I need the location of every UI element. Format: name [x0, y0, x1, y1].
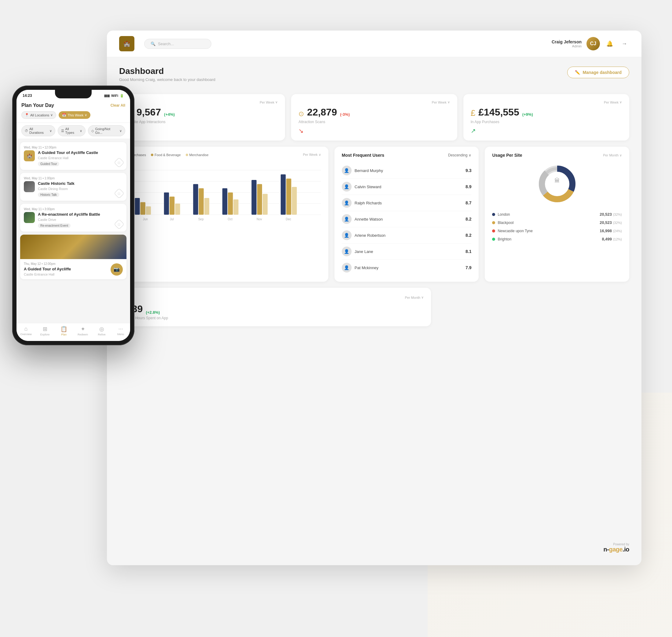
- event-main-1: Castle Historic Talk Castle Dining Room …: [24, 181, 123, 197]
- svg-rect-26: [286, 178, 291, 215]
- powered-text: Powered by: [603, 543, 629, 546]
- usage-legend-blackpool: Blackpool 20,523 (32%): [492, 218, 622, 227]
- event-card-2[interactable]: Wed, May 11 • 3:00pm A Re-enactment of A…: [20, 204, 127, 232]
- phone-header: Plan Your Day Clear All 📍 All Locations …: [17, 99, 130, 123]
- filter-locations[interactable]: 📍 All Locations ∨: [21, 111, 56, 119]
- filter-this-week[interactable]: 📅 This Week ∨: [59, 111, 90, 119]
- stat-period-1[interactable]: Per Week ∨: [432, 100, 450, 104]
- nav-explore[interactable]: ⊞ Explore: [35, 326, 54, 336]
- user-name: Craig Jeferson: [552, 39, 582, 44]
- hours-period[interactable]: Per Month ∨: [405, 294, 424, 301]
- notification-icon[interactable]: 🔔: [605, 39, 615, 49]
- usage-header: Usage Per Site Per Month ∨: [492, 153, 622, 158]
- phone-notch: [55, 90, 92, 98]
- plan-day-row: Plan Your Day Clear All: [21, 103, 125, 108]
- dashboard-body: Dashboard Good Morning Craig, welcome ba…: [107, 57, 641, 335]
- stat-trend-0: ↗: [127, 127, 278, 134]
- nav-menu-icon: ···: [118, 326, 123, 332]
- stat-change-0: (+4%): [164, 112, 175, 118]
- stat-change-1: (-3%): [340, 112, 350, 118]
- hours-card: ⏱ Per Month ∨ 139 (+2.8%) Total Hours Sp…: [119, 288, 431, 326]
- event-card-3[interactable]: Thu, May 12 • 12:00pm A Guided Tour of A…: [20, 235, 127, 279]
- nav-redeem-icon: ✦: [81, 326, 85, 332]
- search-icon: 🔍: [151, 41, 155, 46]
- filter-types[interactable]: ☰ All Types ∨: [58, 125, 86, 136]
- avatar: CJ: [586, 37, 600, 50]
- stat-desc-0: Off-site App Interactions: [127, 120, 278, 124]
- wifi-icon: WiFi: [111, 94, 118, 98]
- svg-rect-21: [251, 180, 256, 215]
- header-right: Craig Jeferson Admin CJ 🔔 →: [552, 37, 629, 50]
- clear-all-button[interactable]: Clear All: [111, 103, 125, 108]
- search-bar[interactable]: 🔍 Search...: [144, 39, 211, 49]
- nav-relive-label: Relive: [98, 333, 105, 336]
- logout-icon[interactable]: →: [619, 39, 629, 49]
- user-name-6: Pat Mckinney: [355, 266, 378, 270]
- powered-by: Powered by n-gage.io: [603, 543, 629, 553]
- nav-overview[interactable]: ⌂ Overview: [17, 326, 35, 336]
- svg-rect-11: [175, 203, 180, 215]
- svg-rect-25: [281, 175, 286, 215]
- usage-period[interactable]: Per Month ∨: [603, 153, 622, 157]
- event-location-1: Castle Dining Room: [38, 187, 123, 190]
- event-card-1[interactable]: Wed, May 11 • 1:00pm Castle Historic Tal…: [20, 173, 127, 201]
- event-title-2: A Re-enactment of Aycliffe Battle: [38, 212, 123, 217]
- donut-chart-svg: 🏛: [536, 163, 579, 205]
- stat-change-2: (+9%): [522, 112, 533, 118]
- stat-value-0: 9,567: [136, 107, 161, 118]
- event-tag-1: Historic Talk: [38, 193, 59, 197]
- event-location-2: Castle Drive: [38, 218, 123, 221]
- event-featured-img-3: [20, 235, 127, 259]
- user-avatar-4: 👤: [342, 230, 352, 240]
- sort-button[interactable]: Descending ∨: [448, 153, 471, 157]
- usage-legend-london: London 20,523 (32%): [492, 210, 622, 218]
- manage-dashboard-button[interactable]: ✏️ Manage dashboard: [567, 67, 629, 78]
- chart-period[interactable]: Per Week ∨: [303, 153, 321, 157]
- nav-menu[interactable]: ··· Menu: [111, 326, 130, 336]
- event-card-0[interactable]: Wed, May 11 • 12:00pm 🏰 A Guided Tour of…: [20, 142, 127, 170]
- nav-plan[interactable]: 📋 Plan: [54, 326, 73, 336]
- user-name-2: Ralph Richards: [355, 201, 382, 205]
- usage-legend: London 20,523 (32%) Blackpool 20,523 (32…: [492, 210, 622, 243]
- filter-going[interactable]: ◇ Going/Not Go... ∨: [88, 125, 125, 136]
- donut-chart-container: 🏛: [492, 163, 622, 205]
- nav-redeem[interactable]: ✦ Redeem: [73, 326, 92, 336]
- nav-overview-label: Overview: [20, 333, 32, 336]
- svg-rect-7: [146, 206, 151, 215]
- stat-period-0[interactable]: Per Week ∨: [260, 100, 278, 104]
- svg-text:Jul: Jul: [170, 218, 174, 221]
- user-name-4: Arlene Robertson: [355, 233, 386, 238]
- event-title-3: A Guided Tour of Aycliffe: [24, 267, 123, 272]
- svg-rect-9: [164, 193, 169, 215]
- manage-dashboard-label: Manage dashboard: [582, 70, 622, 75]
- location-icon: 📍: [25, 113, 29, 117]
- dashboard-subtitle: Good Morning Craig, welcome back to your…: [119, 77, 629, 82]
- brand-name: n-gage.io: [603, 546, 629, 553]
- nav-relive[interactable]: ◎ Relive: [92, 326, 111, 336]
- legend-merchandise: Merchandise: [186, 153, 209, 157]
- event-img-2: [24, 212, 35, 223]
- dashboard-panel: 🏰 🔍 Search... Craig Jeferson Admin CJ 🔔 …: [107, 31, 641, 565]
- filter-durations[interactable]: ⏱ All Durations ∨: [21, 125, 55, 136]
- app-logo: 🏰: [119, 36, 134, 51]
- user-score-3: 8.2: [466, 217, 471, 221]
- event-tag-2: Re-enactment Event: [38, 223, 71, 228]
- stat-trend-2: ↗: [471, 127, 622, 134]
- stat-period-2[interactable]: Per Week ∨: [604, 100, 622, 104]
- svg-rect-10: [170, 197, 174, 215]
- user-info: Craig Jeferson Admin: [552, 39, 582, 48]
- event-info-0: A Guided Tour of Aycliffe Castle Castle …: [38, 150, 123, 166]
- svg-rect-27: [292, 187, 297, 215]
- usage-per-site-card: Usage Per Site Per Month ∨: [485, 147, 629, 282]
- svg-text:Sep: Sep: [198, 218, 204, 221]
- camera-button-3[interactable]: 📷: [111, 263, 123, 276]
- user-score-0: 9.3: [466, 168, 471, 173]
- phone-time: 14:23: [23, 93, 32, 98]
- nav-plan-label: Plan: [61, 333, 67, 336]
- phone-filters-2: ⏱ All Durations ∨ ☰ All Types ∨ ◇ Going/…: [17, 123, 130, 139]
- svg-rect-5: [135, 198, 139, 215]
- user-row-6: 👤 Pat Mckinney 7.9: [342, 260, 472, 276]
- calendar-icon: 📅: [62, 113, 66, 117]
- legend-food: Food & Beverage: [151, 153, 181, 157]
- event-location-0: Castle Entrance Hall: [38, 156, 123, 160]
